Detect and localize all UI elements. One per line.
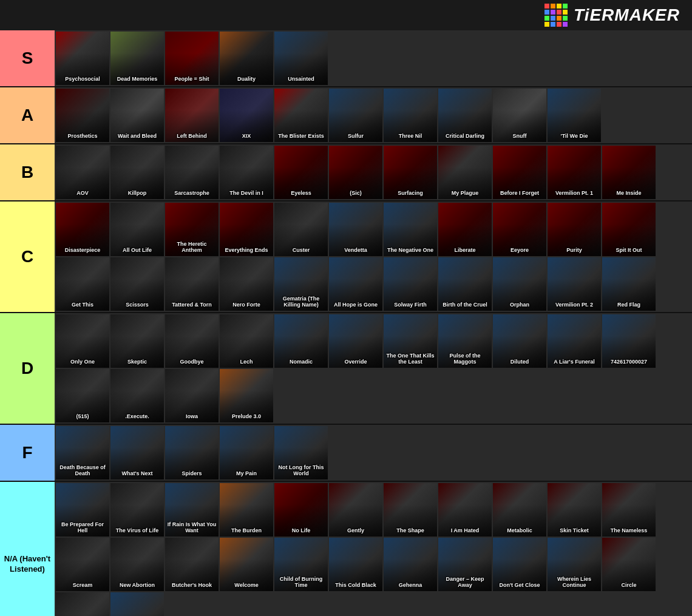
song-item[interactable]: 742617000027	[602, 314, 656, 368]
song-item[interactable]: Sulfur	[329, 89, 382, 142]
song-item[interactable]: Red Flag	[602, 257, 656, 311]
song-item[interactable]: Metabolic	[493, 483, 546, 536]
song-item[interactable]: The One That Kills the Least	[384, 314, 437, 368]
song-item[interactable]: Danger – Keep Away	[438, 538, 492, 591]
song-thumbnail: Gently	[329, 483, 382, 536]
song-item[interactable]: Liberate	[438, 203, 492, 256]
song-item[interactable]: Sarcastrophe	[165, 146, 219, 199]
song-item[interactable]: (Sic)	[329, 146, 382, 199]
song-item[interactable]: Eyeless	[274, 146, 328, 199]
song-item[interactable]: I Am Hated	[438, 483, 492, 536]
song-item[interactable]: Override	[329, 314, 382, 368]
song-item[interactable]: Purity	[548, 203, 601, 256]
tier-label-b: B	[0, 144, 55, 200]
song-item[interactable]: The Virus of Life	[110, 483, 164, 536]
song-thumbnail: Metabolic	[493, 483, 546, 536]
song-item[interactable]: Gently	[329, 483, 382, 536]
song-item[interactable]: Before I Forget	[493, 146, 546, 199]
song-item[interactable]: Orphan	[493, 257, 546, 311]
song-thumbnail: Welcome	[220, 538, 273, 591]
song-item[interactable]: Pulse of the Maggots	[438, 314, 492, 368]
song-item[interactable]: Vermilion Pt. 1	[548, 146, 601, 199]
song-item[interactable]: Left Behind	[165, 89, 219, 142]
song-item[interactable]: AOV	[56, 146, 109, 199]
song-item[interactable]: Death Because of Death	[56, 426, 109, 479]
song-item[interactable]: This Cold Black	[329, 538, 382, 591]
song-item[interactable]: Surfacing	[384, 146, 437, 199]
song-item[interactable]: Diluted	[493, 314, 546, 368]
song-item[interactable]: Iowa	[165, 369, 219, 422]
song-item[interactable]: My Plague	[438, 146, 492, 199]
song-item[interactable]: Vendetta	[329, 203, 382, 256]
song-item[interactable]: What's Next	[110, 426, 164, 479]
song-thumbnail: Butcher's Hook	[165, 538, 219, 591]
song-item[interactable]: All Hope is Gone	[329, 257, 382, 311]
song-item[interactable]: The Shape	[384, 483, 437, 536]
song-item[interactable]: Unsainted	[274, 32, 328, 85]
song-item[interactable]: Skin Ticket	[548, 483, 601, 536]
song-item[interactable]: Nomadic	[274, 314, 328, 368]
song-item[interactable]: XIX	[220, 89, 273, 142]
song-item[interactable]: Don't Get Close	[493, 538, 546, 591]
song-item[interactable]: Circle	[602, 538, 656, 591]
song-item[interactable]: Gehenna	[384, 538, 437, 591]
song-item[interactable]: 'Til We Die	[548, 89, 601, 142]
song-item[interactable]: Welcome	[220, 538, 273, 591]
song-item[interactable]: Nero Forte	[220, 257, 273, 311]
song-item[interactable]: Me Inside	[602, 146, 656, 199]
song-item[interactable]: Be Prepared For Hell	[56, 483, 109, 536]
song-item[interactable]: Everything Ends	[220, 203, 273, 256]
song-item[interactable]: Dead Memories	[110, 32, 164, 85]
song-item[interactable]: Vermilion Pt. 2	[548, 257, 601, 311]
song-item[interactable]: Custer	[274, 203, 328, 256]
tier-label-na: N/A (Haven't Listened)	[0, 482, 55, 616]
song-item[interactable]: Snuff	[493, 89, 546, 142]
song-item[interactable]: The Heretic Anthem	[165, 203, 219, 256]
song-item[interactable]: Wherein Lies Continue	[548, 538, 601, 591]
song-item[interactable]: My Pain	[220, 426, 273, 479]
song-item[interactable]: Tattered & Torn	[165, 257, 219, 311]
song-item[interactable]: The Blister Exists	[274, 89, 328, 142]
song-item[interactable]: A Liar's Funeral	[548, 314, 601, 368]
song-item[interactable]: No Life	[274, 483, 328, 536]
song-item[interactable]: Get This	[56, 257, 109, 311]
song-item[interactable]: Opium of the People	[56, 592, 109, 616]
song-item[interactable]: The Devil in I	[220, 146, 273, 199]
song-item[interactable]: New Abortion	[110, 538, 164, 591]
song-item[interactable]: Wait and Bleed	[110, 89, 164, 142]
song-item[interactable]: Eeyore	[493, 203, 546, 256]
song-item[interactable]: Not Long for This World	[274, 426, 328, 479]
song-item[interactable]: The Negative One	[384, 203, 437, 256]
song-item[interactable]: Child of Burning Time	[274, 538, 328, 591]
song-item[interactable]: Prelude 3.0	[220, 369, 273, 422]
song-item[interactable]: Spit It Out	[602, 203, 656, 256]
song-thumbnail: Eeyore	[493, 203, 546, 256]
song-item[interactable]: Birth of the Cruel	[438, 257, 492, 311]
song-item[interactable]: Skeptic	[110, 314, 164, 368]
song-item[interactable]: Duality	[220, 32, 273, 85]
song-item[interactable]: .Execute.	[110, 369, 164, 422]
song-item[interactable]: Insert Coin	[110, 592, 164, 616]
song-item[interactable]: Critical Darling	[438, 89, 492, 142]
song-item[interactable]: Disasterpiece	[56, 203, 109, 256]
song-item[interactable]: Solway Firth	[384, 257, 437, 311]
song-item[interactable]: Scissors	[110, 257, 164, 311]
song-item[interactable]: Three Nil	[384, 89, 437, 142]
song-item[interactable]: People = Shit	[165, 32, 219, 85]
song-label: Vermilion Pt. 2	[554, 302, 594, 308]
song-item[interactable]: Goodbye	[165, 314, 219, 368]
song-item[interactable]: Killpop	[110, 146, 164, 199]
song-item[interactable]: The Nameless	[602, 483, 656, 536]
song-item[interactable]: Psychosocial	[56, 32, 109, 85]
song-item[interactable]: Scream	[56, 538, 109, 591]
song-item[interactable]: Butcher's Hook	[165, 538, 219, 591]
song-item[interactable]: If Rain Is What You Want	[165, 483, 219, 536]
song-item[interactable]: All Out Life	[110, 203, 164, 256]
song-item[interactable]: Prosthetics	[56, 89, 109, 142]
song-item[interactable]: Spiders	[165, 426, 219, 479]
song-item[interactable]: The Burden	[220, 483, 273, 536]
song-item[interactable]: Lech	[220, 314, 273, 368]
song-item[interactable]: Gematria (The Killing Name)	[274, 257, 328, 311]
song-item[interactable]: (515)	[56, 369, 109, 422]
song-item[interactable]: Only One	[56, 314, 109, 368]
